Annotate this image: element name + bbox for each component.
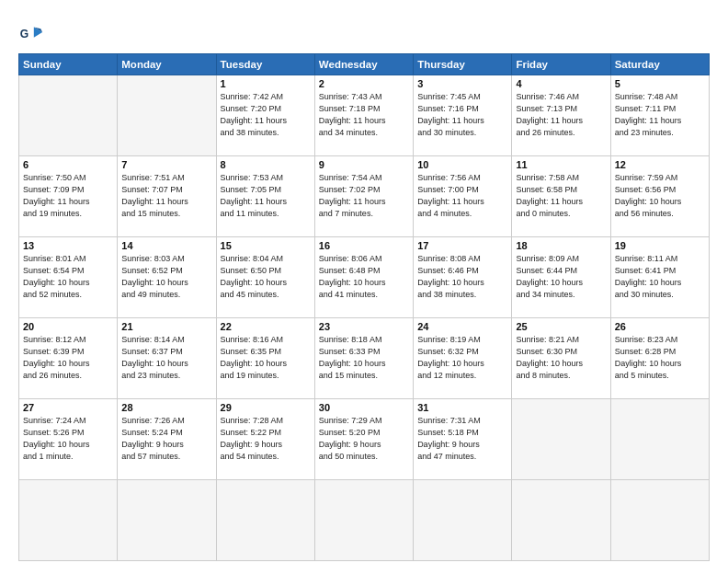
- calendar-cell: [118, 480, 216, 561]
- day-number: 25: [516, 321, 606, 332]
- calendar-cell: 28Sunrise: 7:26 AM Sunset: 5:24 PM Dayli…: [118, 399, 216, 480]
- day-number: 24: [417, 321, 507, 332]
- weekday-header-thursday: Thursday: [414, 54, 512, 75]
- day-number: 14: [121, 240, 211, 251]
- day-info: Sunrise: 7:43 AM Sunset: 7:18 PM Dayligh…: [319, 91, 409, 139]
- calendar-cell: 25Sunrise: 8:21 AM Sunset: 6:30 PM Dayli…: [512, 318, 610, 399]
- calendar-cell: 1Sunrise: 7:42 AM Sunset: 7:20 PM Daylig…: [216, 75, 314, 156]
- day-number: 29: [221, 402, 311, 413]
- day-number: 11: [516, 159, 606, 170]
- calendar-cell: 24Sunrise: 8:19 AM Sunset: 6:32 PM Dayli…: [414, 318, 512, 399]
- day-info: Sunrise: 7:31 AM Sunset: 5:18 PM Dayligh…: [417, 415, 507, 463]
- day-number: 18: [516, 240, 606, 251]
- calendar-cell: [19, 75, 118, 156]
- logo-icon: G: [18, 20, 44, 46]
- calendar-cell: 9Sunrise: 7:54 AM Sunset: 7:02 PM Daylig…: [314, 156, 413, 237]
- calendar-cell: [610, 480, 709, 561]
- calendar-cell: 14Sunrise: 8:03 AM Sunset: 6:52 PM Dayli…: [118, 237, 216, 318]
- day-info: Sunrise: 8:09 AM Sunset: 6:44 PM Dayligh…: [516, 253, 606, 301]
- calendar-cell: 6Sunrise: 7:50 AM Sunset: 7:09 PM Daylig…: [19, 156, 118, 237]
- day-number: 30: [319, 402, 409, 413]
- day-info: Sunrise: 8:03 AM Sunset: 6:52 PM Dayligh…: [121, 253, 211, 301]
- header: G: [18, 17, 710, 46]
- calendar-cell: 3Sunrise: 7:45 AM Sunset: 7:16 PM Daylig…: [414, 75, 512, 156]
- day-number: 4: [516, 78, 606, 89]
- day-number: 10: [417, 159, 507, 170]
- day-number: 9: [319, 159, 409, 170]
- calendar-cell: 27Sunrise: 7:24 AM Sunset: 5:26 PM Dayli…: [19, 399, 118, 480]
- calendar-cell: 7Sunrise: 7:51 AM Sunset: 7:07 PM Daylig…: [118, 156, 216, 237]
- day-number: 12: [615, 159, 705, 170]
- calendar-cell: [512, 480, 610, 561]
- day-info: Sunrise: 7:48 AM Sunset: 7:11 PM Dayligh…: [615, 91, 705, 139]
- day-info: Sunrise: 8:18 AM Sunset: 6:33 PM Dayligh…: [319, 334, 409, 382]
- calendar-cell: 4Sunrise: 7:46 AM Sunset: 7:13 PM Daylig…: [512, 75, 610, 156]
- calendar-cell: 29Sunrise: 7:28 AM Sunset: 5:22 PM Dayli…: [216, 399, 314, 480]
- calendar-cell: [314, 480, 413, 561]
- day-info: Sunrise: 7:28 AM Sunset: 5:22 PM Dayligh…: [221, 415, 311, 463]
- calendar-row-5: 27Sunrise: 7:24 AM Sunset: 5:26 PM Dayli…: [19, 399, 710, 480]
- svg-text:G: G: [20, 28, 28, 40]
- day-info: Sunrise: 8:04 AM Sunset: 6:50 PM Dayligh…: [221, 253, 311, 301]
- calendar-cell: 20Sunrise: 8:12 AM Sunset: 6:39 PM Dayli…: [19, 318, 118, 399]
- calendar-cell: 22Sunrise: 8:16 AM Sunset: 6:35 PM Dayli…: [216, 318, 314, 399]
- logo: G: [18, 20, 46, 46]
- day-info: Sunrise: 7:53 AM Sunset: 7:05 PM Dayligh…: [221, 172, 311, 220]
- calendar-cell: [610, 399, 709, 480]
- day-number: 21: [121, 321, 211, 332]
- day-number: 28: [121, 402, 211, 413]
- calendar-cell: 13Sunrise: 8:01 AM Sunset: 6:54 PM Dayli…: [19, 237, 118, 318]
- calendar-cell: 5Sunrise: 7:48 AM Sunset: 7:11 PM Daylig…: [610, 75, 709, 156]
- day-number: 8: [221, 159, 311, 170]
- day-info: Sunrise: 8:08 AM Sunset: 6:46 PM Dayligh…: [417, 253, 507, 301]
- calendar-row-2: 6Sunrise: 7:50 AM Sunset: 7:09 PM Daylig…: [19, 156, 710, 237]
- day-number: 16: [319, 240, 409, 251]
- day-info: Sunrise: 8:16 AM Sunset: 6:35 PM Dayligh…: [221, 334, 311, 382]
- day-number: 6: [23, 159, 113, 170]
- weekday-header-wednesday: Wednesday: [314, 54, 413, 75]
- calendar-cell: 26Sunrise: 8:23 AM Sunset: 6:28 PM Dayli…: [610, 318, 709, 399]
- day-info: Sunrise: 7:59 AM Sunset: 6:56 PM Dayligh…: [615, 172, 705, 220]
- calendar-cell: [118, 75, 216, 156]
- weekday-header-sunday: Sunday: [19, 54, 118, 75]
- day-info: Sunrise: 7:58 AM Sunset: 6:58 PM Dayligh…: [516, 172, 606, 220]
- weekday-header-saturday: Saturday: [610, 54, 709, 75]
- calendar-table: SundayMondayTuesdayWednesdayThursdayFrid…: [18, 53, 710, 561]
- calendar-cell: 23Sunrise: 8:18 AM Sunset: 6:33 PM Dayli…: [314, 318, 413, 399]
- calendar-cell: 11Sunrise: 7:58 AM Sunset: 6:58 PM Dayli…: [512, 156, 610, 237]
- day-info: Sunrise: 8:11 AM Sunset: 6:41 PM Dayligh…: [615, 253, 705, 301]
- day-number: 31: [417, 402, 507, 413]
- calendar-cell: 2Sunrise: 7:43 AM Sunset: 7:18 PM Daylig…: [314, 75, 413, 156]
- calendar-row-6: [19, 480, 710, 561]
- weekday-header-friday: Friday: [512, 54, 610, 75]
- day-info: Sunrise: 7:46 AM Sunset: 7:13 PM Dayligh…: [516, 91, 606, 139]
- day-info: Sunrise: 8:23 AM Sunset: 6:28 PM Dayligh…: [615, 334, 705, 382]
- day-number: 19: [615, 240, 705, 251]
- day-info: Sunrise: 7:24 AM Sunset: 5:26 PM Dayligh…: [23, 415, 113, 463]
- calendar-cell: 31Sunrise: 7:31 AM Sunset: 5:18 PM Dayli…: [414, 399, 512, 480]
- weekday-header-row: SundayMondayTuesdayWednesdayThursdayFrid…: [19, 54, 710, 75]
- day-info: Sunrise: 8:01 AM Sunset: 6:54 PM Dayligh…: [23, 253, 113, 301]
- day-info: Sunrise: 7:50 AM Sunset: 7:09 PM Dayligh…: [23, 172, 113, 220]
- calendar-cell: 21Sunrise: 8:14 AM Sunset: 6:37 PM Dayli…: [118, 318, 216, 399]
- day-number: 26: [615, 321, 705, 332]
- day-number: 27: [23, 402, 113, 413]
- day-info: Sunrise: 7:45 AM Sunset: 7:16 PM Dayligh…: [417, 91, 507, 139]
- day-number: 15: [221, 240, 311, 251]
- calendar-cell: 18Sunrise: 8:09 AM Sunset: 6:44 PM Dayli…: [512, 237, 610, 318]
- calendar-cell: 17Sunrise: 8:08 AM Sunset: 6:46 PM Dayli…: [414, 237, 512, 318]
- calendar-cell: 10Sunrise: 7:56 AM Sunset: 7:00 PM Dayli…: [414, 156, 512, 237]
- day-number: 1: [221, 78, 311, 89]
- day-number: 5: [615, 78, 705, 89]
- calendar-row-3: 13Sunrise: 8:01 AM Sunset: 6:54 PM Dayli…: [19, 237, 710, 318]
- calendar-cell: 30Sunrise: 7:29 AM Sunset: 5:20 PM Dayli…: [314, 399, 413, 480]
- calendar-cell: 19Sunrise: 8:11 AM Sunset: 6:41 PM Dayli…: [610, 237, 709, 318]
- day-info: Sunrise: 7:56 AM Sunset: 7:00 PM Dayligh…: [417, 172, 507, 220]
- weekday-header-tuesday: Tuesday: [216, 54, 314, 75]
- day-info: Sunrise: 7:51 AM Sunset: 7:07 PM Dayligh…: [121, 172, 211, 220]
- calendar-cell: 8Sunrise: 7:53 AM Sunset: 7:05 PM Daylig…: [216, 156, 314, 237]
- day-number: 2: [319, 78, 409, 89]
- day-info: Sunrise: 8:14 AM Sunset: 6:37 PM Dayligh…: [121, 334, 211, 382]
- day-number: 22: [221, 321, 311, 332]
- calendar-cell: [414, 480, 512, 561]
